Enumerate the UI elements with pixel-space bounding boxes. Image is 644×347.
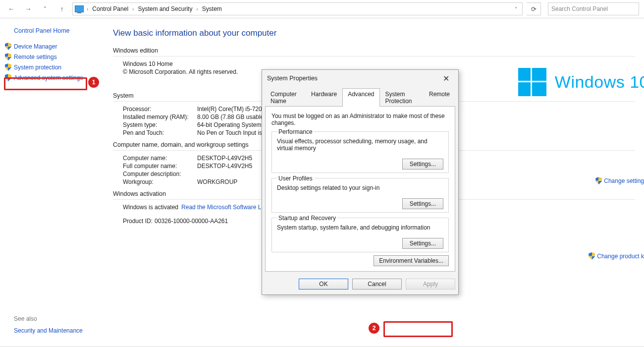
group-text: Visual effects, processor scheduling, me… [277, 138, 443, 152]
dialog-titlebar[interactable]: System Properties ✕ [262, 70, 458, 87]
breadcrumb-segment[interactable]: System and Security [137, 4, 193, 13]
forward-button[interactable]: → [22, 2, 35, 15]
dialog-tabs: Computer Name Hardware Advanced System P… [262, 88, 458, 106]
recent-locations-button[interactable]: ˅ [39, 2, 52, 15]
close-button[interactable]: ✕ [438, 74, 453, 83]
edition-copyright: © Microsoft Corporation. All rights rese… [123, 68, 238, 75]
up-button[interactable]: ↑ [55, 2, 68, 15]
group-performance: Performance Visual effects, processor sc… [271, 131, 449, 173]
page-title: View basic information about your comput… [113, 28, 635, 38]
shield-icon [5, 53, 11, 60]
windows-brand: Windows 10 [518, 68, 644, 96]
ok-button[interactable]: OK [299, 279, 348, 289]
dialog-body: You must be logged on as an Administrato… [265, 106, 455, 272]
apply-button[interactable]: Apply [406, 279, 455, 289]
group-startup-recovery: Startup and Recovery System startup, sys… [271, 218, 449, 252]
tab-remote[interactable]: Remote [424, 88, 455, 107]
change-product-key-link[interactable]: Change product k [589, 252, 644, 260]
edition-name: Windows 10 Home [123, 60, 197, 67]
sidebar-item-label: System protection [14, 64, 61, 71]
see-also-label: See also [14, 315, 37, 322]
dialog-title: System Properties [267, 75, 318, 82]
user-profiles-settings-button[interactable]: Settings... [402, 198, 443, 209]
system-icon [75, 5, 84, 12]
performance-settings-button[interactable]: Settings... [402, 159, 443, 170]
see-also-link[interactable]: Security and Maintenance [14, 327, 83, 334]
sidebar-item-label: Device Manager [14, 43, 57, 50]
chevron-right-icon: › [131, 6, 135, 12]
left-navigation: Control Panel Home Device Manager Remote… [0, 18, 104, 347]
section-windows-edition: Windows edition [113, 47, 635, 54]
cancel-button[interactable]: Cancel [352, 279, 402, 289]
tab-hardware[interactable]: Hardware [306, 88, 342, 107]
shield-icon [5, 63, 11, 71]
sidebar-item-remote-settings[interactable]: Remote settings [5, 53, 104, 61]
search-placeholder: Search Control Panel [551, 5, 608, 12]
explorer-topbar: ← → ˅ ↑ › Control Panel › System and Sec… [0, 0, 644, 18]
group-text: System startup, system failure, and debu… [277, 224, 443, 231]
system-properties-dialog: System Properties ✕ Computer Name Hardwa… [262, 69, 459, 295]
shield-icon [595, 177, 602, 184]
annotation-badge-2: 2 [369, 323, 379, 334]
control-panel-home-link[interactable]: Control Panel Home [14, 27, 104, 34]
refresh-button[interactable]: ⟳ [527, 2, 541, 15]
environment-variables-button[interactable]: Environment Variables... [374, 255, 449, 266]
startup-recovery-settings-button[interactable]: Settings... [402, 238, 443, 249]
shield-icon [589, 252, 595, 260]
sidebar-item-label: Advanced system settings [14, 74, 83, 81]
sidebar-item-device-manager[interactable]: Device Manager [5, 42, 104, 51]
sidebar-item-system-protection[interactable]: System protection [5, 63, 104, 71]
address-history-button[interactable]: ˅ [512, 6, 520, 12]
tab-computer-name[interactable]: Computer Name [265, 88, 306, 107]
group-legend: User Profiles [277, 175, 314, 182]
group-text: Desktop settings related to your sign-in [277, 184, 443, 191]
divider [113, 56, 635, 57]
sidebar-item-label: Remote settings [14, 54, 57, 60]
windows-brand-text: Windows 10 [555, 72, 644, 92]
dialog-button-row: OK Cancel Apply [262, 275, 458, 294]
license-link[interactable]: Read the Microsoft Software Lice [181, 204, 269, 211]
annotation-badge-1: 1 [88, 77, 99, 88]
back-button[interactable]: ← [5, 2, 18, 15]
address-bar[interactable]: › Control Panel › System and Security › … [72, 2, 523, 15]
shield-icon [5, 74, 11, 81]
search-input[interactable]: Search Control Panel [548, 2, 639, 15]
chevron-right-icon: › [195, 6, 199, 12]
group-legend: Startup and Recovery [277, 215, 337, 222]
windows-logo-icon [518, 68, 546, 96]
tab-advanced[interactable]: Advanced [342, 88, 379, 107]
admin-note: You must be logged on as an Administrato… [271, 113, 449, 126]
chevron-right-icon: › [86, 6, 89, 12]
breadcrumb-segment[interactable]: System [201, 4, 223, 13]
group-user-profiles: User Profiles Desktop settings related t… [271, 178, 449, 213]
change-settings-link[interactable]: Change setting [595, 177, 644, 184]
breadcrumb-segment[interactable]: Control Panel [91, 4, 129, 13]
group-legend: Performance [277, 128, 314, 135]
see-also: See also Security and Maintenance [14, 315, 83, 334]
shield-icon [5, 43, 11, 50]
tab-system-protection[interactable]: System Protection [380, 88, 424, 107]
